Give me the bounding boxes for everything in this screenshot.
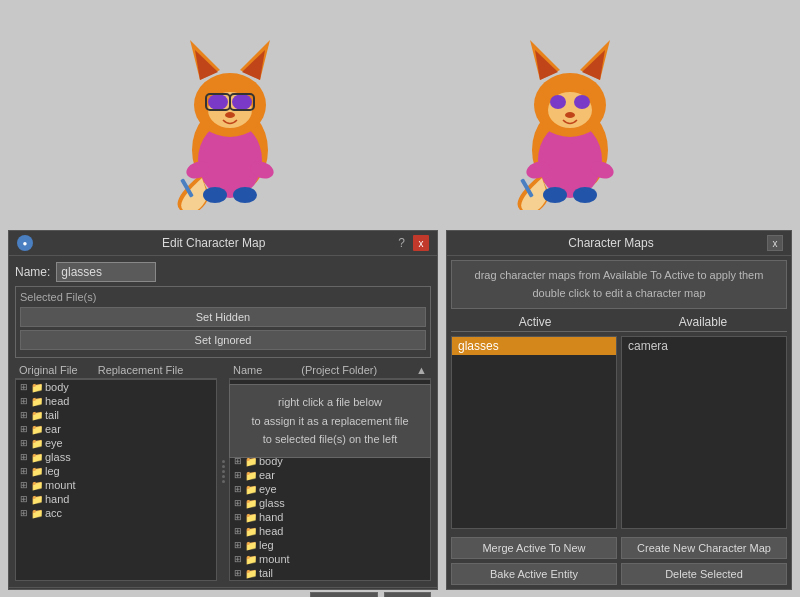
edit-panel-body: Name: Selected File(s) Set Hidden Set Ig…	[9, 256, 437, 587]
sort-icon[interactable]: ▲	[416, 364, 427, 376]
list-item[interactable]: ⊞📁body	[16, 380, 216, 394]
merge-active-button[interactable]: Merge Active To New	[451, 537, 617, 559]
list-item[interactable]: ⊞📁mount	[230, 552, 430, 566]
svg-point-34	[573, 187, 597, 203]
set-ignored-button[interactable]: Set Ignored	[20, 330, 426, 350]
edit-character-map-panel: ● Edit Character Map ? x Name: Selected …	[8, 230, 438, 590]
fox-left	[150, 20, 310, 210]
replacement-file-col-label: Replacement File	[98, 364, 184, 376]
char-maps-instruction-line1: drag character maps from Available To Ac…	[475, 269, 764, 281]
fox-images-area	[0, 0, 800, 230]
right-file-section: Name (Project Folder) ▲ right click a fi…	[229, 362, 431, 581]
instruction-line3: to selected file(s) on the left	[263, 433, 398, 445]
list-item[interactable]: ⊞📁head	[230, 524, 430, 538]
delete-selected-button[interactable]: Delete Selected	[621, 563, 787, 585]
svg-point-13	[225, 112, 235, 118]
svg-point-18	[233, 187, 257, 203]
fox-right	[490, 20, 650, 210]
char-maps-footer: Merge Active To New Create New Character…	[447, 533, 791, 589]
help-button[interactable]: ?	[394, 236, 409, 250]
character-maps-panel: Character Maps x drag character maps fro…	[446, 230, 792, 590]
svg-point-33	[543, 187, 567, 203]
right-file-header: Name (Project Folder) ▲	[229, 362, 431, 379]
svg-point-8	[208, 94, 228, 110]
list-item[interactable]: ⊞📁mount	[16, 478, 216, 492]
create-char-map-button[interactable]: Create New Character Map	[621, 537, 787, 559]
list-item[interactable]: ⊞📁hand	[230, 510, 430, 524]
char-maps-instruction-line2: double click to edit a character map	[532, 287, 705, 299]
drag-dot	[222, 460, 225, 463]
list-item[interactable]: ⊞📁ear	[230, 468, 430, 482]
name-col-label: Name	[233, 364, 262, 376]
svg-point-28	[574, 95, 590, 109]
instruction-line1: right click a file below	[278, 396, 382, 408]
active-available-header: Active Available	[451, 313, 787, 332]
edit-panel-footer: Cancel OK	[9, 587, 437, 597]
active-list[interactable]: glasses	[451, 336, 617, 529]
drag-dot	[222, 470, 225, 473]
char-maps-body: drag character maps from Available To Ac…	[447, 256, 791, 533]
project-folder-col-label: (Project Folder)	[301, 364, 377, 376]
list-item[interactable]: ⊞📁leg	[230, 538, 430, 552]
set-hidden-button[interactable]: Set Hidden	[20, 307, 426, 327]
selected-files-label: Selected File(s)	[20, 291, 426, 303]
char-maps-header: Character Maps x	[447, 231, 791, 256]
instruction-line2: to assign it as a replacement file	[251, 415, 408, 427]
active-item-glasses[interactable]: glasses	[452, 337, 616, 355]
char-maps-instruction: drag character maps from Available To Ac…	[451, 260, 787, 309]
left-file-header: Original File Replacement File	[15, 362, 217, 379]
drag-handle	[219, 362, 227, 581]
list-item[interactable]: ⊞📁glass	[230, 496, 430, 510]
original-file-col-label: Original File	[19, 364, 78, 376]
name-label: Name:	[15, 265, 50, 279]
list-item[interactable]: ⊞📁eye	[230, 482, 430, 496]
name-row: Name:	[15, 262, 431, 282]
edit-panel-header: ● Edit Character Map ? x	[9, 231, 437, 256]
globe-icon: ●	[17, 235, 33, 251]
selected-files-group: Selected File(s) Set Hidden Set Ignored	[15, 286, 431, 358]
list-item[interactable]: ⊞📁glass	[16, 450, 216, 464]
list-item[interactable]: ⊞📁ear	[16, 422, 216, 436]
close-button[interactable]: x	[413, 235, 429, 251]
svg-point-17	[203, 187, 227, 203]
left-file-list[interactable]: ⊞📁body ⊞📁head ⊞📁tail ⊞📁ear ⊞📁eye ⊞📁glass…	[15, 379, 217, 581]
available-item-camera[interactable]: camera	[622, 337, 786, 355]
char-maps-title: Character Maps	[455, 236, 767, 250]
svg-point-29	[565, 112, 575, 118]
list-item[interactable]: ⊞📁tail	[16, 408, 216, 422]
drag-dot	[222, 465, 225, 468]
ok-button[interactable]: OK	[384, 592, 431, 597]
name-input[interactable]	[56, 262, 156, 282]
list-item[interactable]: ⊞📁eye	[16, 436, 216, 450]
file-lists: Original File Replacement File ⊞📁body ⊞📁…	[15, 362, 431, 581]
svg-point-9	[232, 94, 252, 110]
bottom-panels: ● Edit Character Map ? x Name: Selected …	[0, 230, 800, 590]
panel-header-icons: ? x	[394, 235, 429, 251]
svg-point-27	[550, 95, 566, 109]
active-available-lists: glasses camera	[451, 336, 787, 529]
cancel-button[interactable]: Cancel	[310, 592, 377, 597]
left-file-section: Original File Replacement File ⊞📁body ⊞📁…	[15, 362, 217, 581]
bake-active-button[interactable]: Bake Active Entity	[451, 563, 617, 585]
available-list[interactable]: camera	[621, 336, 787, 529]
edit-panel-title: Edit Character Map	[33, 236, 394, 250]
drag-dot	[222, 480, 225, 483]
drag-dot	[222, 475, 225, 478]
available-col-header: Available	[619, 313, 787, 332]
list-item[interactable]: ⊞📁tail	[230, 566, 430, 580]
instruction-box: right click a file below to assign it as…	[229, 384, 431, 458]
char-maps-close-button[interactable]: x	[767, 235, 783, 251]
active-col-header: Active	[451, 313, 619, 332]
list-item[interactable]: ⊞📁leg	[16, 464, 216, 478]
list-item[interactable]: ⊞📁hand	[16, 492, 216, 506]
list-item[interactable]: ⊞📁head	[16, 394, 216, 408]
list-item[interactable]: ⊞📁acc	[16, 506, 216, 520]
